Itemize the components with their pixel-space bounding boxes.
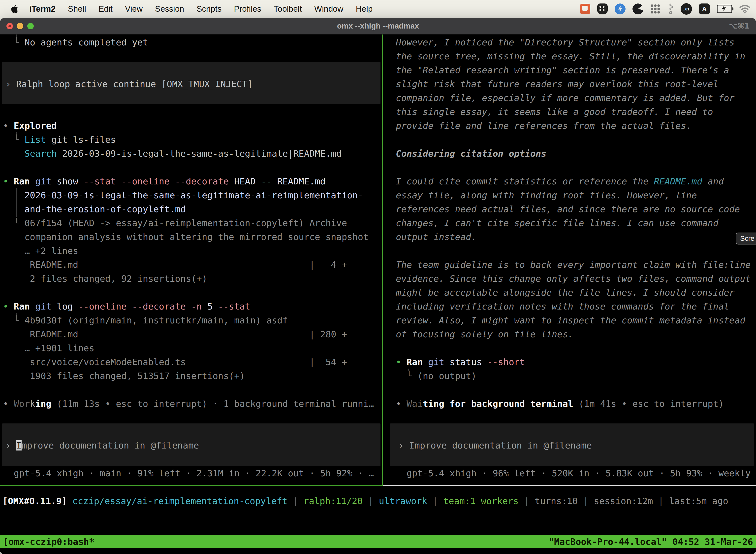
menu-item-shell[interactable]: Shell [68, 4, 86, 13]
terminal-line: references need actual files, and since … [396, 202, 756, 216]
terminal-line: • Explored [3, 119, 382, 133]
terminal-line: • Ran git log --oneline --decorate -n 5 … [3, 299, 382, 314]
terminal-line: └ (no output) [396, 369, 756, 383]
terminal-line: the source tree, missing the essay. Stil… [396, 49, 756, 63]
text-cursor: I [16, 440, 21, 450]
battery-charging-icon[interactable] [717, 5, 732, 13]
dots-grid-icon[interactable] [650, 4, 660, 14]
window-title: omx --xhigh --madmax [0, 18, 756, 34]
terminal-line: output instead. [396, 230, 756, 244]
terminal-line: • Waiting for background terminal (1m 41… [396, 397, 756, 411]
keyboard-layout-icon[interactable] [632, 3, 643, 14]
menu-item-scripts[interactable]: Scripts [196, 4, 222, 13]
terminal-line: might be acceptable alongside the file l… [396, 286, 756, 299]
screen-share-icon[interactable] [580, 4, 590, 14]
terminal-line: • Ran git status --short [396, 355, 756, 369]
menu-item-profiles[interactable]: Profiles [234, 4, 261, 13]
tmux-host-time-label: "MacBook-Pro-44.local" 04:52 31-Mar-26 [549, 537, 753, 547]
pane-divider[interactable] [382, 35, 383, 486]
title-bar[interactable]: omx --xhigh --madmax ⌥⌘1 [0, 18, 756, 35]
terminal-content: └ No agents completed yet› Ralph loop ac… [0, 35, 756, 554]
menu-item-iterm2[interactable]: iTerm2 [29, 4, 56, 14]
terminal-line: src/voice/voiceModeEnabled.ts | 54 + [3, 355, 382, 369]
right-model-status: gpt-5.4 xhigh · 96% left · 520K in · 5.8… [396, 466, 756, 480]
terminal-line: of focusing solely on file lines. [396, 327, 756, 341]
window-shortcut-hint: ⌥⌘1 [729, 18, 750, 34]
wifi-icon[interactable] [739, 4, 751, 14]
terminal-line: the "Related research writing" section i… [396, 63, 756, 77]
left-model-status: gpt-5.4 xhigh · main · 91% left · 2.31M … [3, 466, 382, 480]
terminal-line: this single essay, it seems like a good … [396, 105, 756, 119]
terminal-line: However, I noticed the "Directory Struct… [396, 36, 756, 49]
tmux-session-label: [omx-cczip0:bash* [3, 537, 94, 547]
passwords-icon[interactable] [597, 3, 608, 14]
terminal-line: • Ran git show --stat --oneline --decora… [3, 174, 382, 188]
terminal-line: └ List git ls-files [3, 133, 382, 147]
terminal-line: I could cite commit statistics or refere… [396, 174, 756, 188]
reasoning-heading: Considering citation options [396, 147, 756, 161]
menu-item-window[interactable]: Window [314, 4, 343, 13]
left-pane: └ No agents completed yet› Ralph loop ac… [0, 35, 382, 485]
right-pane: However, I noticed the "Directory Struct… [387, 35, 756, 485]
pane-bottom-border-right [383, 485, 756, 486]
terminal-line: • Working (11m 13s • esc to interrupt) ·… [3, 397, 382, 411]
left-input-text[interactable]: › Improve documentation in @filename [5, 439, 382, 452]
input-source-icon[interactable]: A [699, 3, 710, 14]
menu-bar: iTerm2 ShellEditViewSessionScriptsProfil… [0, 0, 756, 18]
terminal-line: essay file, along with finding root file… [396, 188, 756, 202]
terminal-line: └ 4b9d30f (origin/main, instructkr/main,… [3, 314, 382, 327]
terminal-line: provide file and line references from th… [396, 119, 756, 133]
terminal-line: Search 2026-03-09-is-legal-the-same-as-l… [3, 147, 382, 161]
terminal-line: … +2 lines [3, 244, 382, 258]
menu-item-edit[interactable]: Edit [99, 4, 113, 13]
right-input-text[interactable]: › Improve documentation in @filename [398, 439, 756, 452]
terminal-line: └ No agents completed yet [3, 36, 382, 49]
terminal-line: slight risk that future readers may over… [396, 77, 756, 91]
screen-overlay-button[interactable]: Scre [736, 233, 756, 244]
terminal-line: The team guideline is to back every impo… [396, 258, 756, 272]
terminal-line: changes, I can't cite specific file line… [396, 216, 756, 230]
menu-item-toolbelt[interactable]: Toolbelt [273, 4, 302, 13]
terminal-line: and-the-erosion-of-copyleft.md [3, 202, 382, 216]
terminal-line: 1903 files changed, 513517 insertions(+) [3, 369, 382, 383]
menu-item-view[interactable]: View [125, 4, 143, 13]
terminal-line: review. Also, I might want to inspect th… [396, 314, 756, 327]
terminal-line: … +1901 lines [3, 341, 382, 355]
terminal-line: evidence. Since this change only affects… [396, 272, 756, 286]
menu-item-session[interactable]: Session [155, 4, 184, 13]
tmux-status-bar: [omx-cczip0:bash* "MacBook-Pro-44.local"… [0, 535, 756, 548]
omx-status-line: [OMX#0.11.9] cczip/essay/ai-reimplementa… [2, 494, 756, 508]
apple-menu-icon[interactable] [11, 4, 19, 14]
terminal-line: README.md | 4 + [3, 258, 382, 272]
pane-bottom-border-left [0, 485, 383, 486]
terminal-line: including verification notes with those … [396, 299, 756, 314]
terminal-line: companion analysis without altering the … [3, 230, 382, 244]
menu-status-icons: ..61 A [573, 0, 751, 18]
hook-icon[interactable] [667, 3, 674, 15]
terminal-line: └ 067f154 (HEAD -> essay/ai-reimplementa… [3, 216, 382, 230]
battery-percent-badge-icon[interactable]: ..61 [681, 3, 692, 15]
terminal-line: companion file, especially if more comme… [396, 91, 756, 105]
screen-overlay-label: Scre [740, 234, 755, 242]
terminal-line: 2 files changed, 92 insertions(+) [3, 272, 382, 286]
terminal-window: omx --xhigh --madmax ⌥⌘1 └ No agents com… [0, 18, 756, 554]
verified-badge-icon[interactable] [615, 3, 626, 14]
terminal-line: 2026-03-09-is-legal-the-same-as-legitima… [3, 188, 382, 202]
terminal-line: README.md | 280 + [3, 327, 382, 341]
ralph-banner-line: › Ralph loop active continue [OMX_TMUX_I… [5, 77, 382, 91]
menu-item-help[interactable]: Help [356, 4, 373, 13]
